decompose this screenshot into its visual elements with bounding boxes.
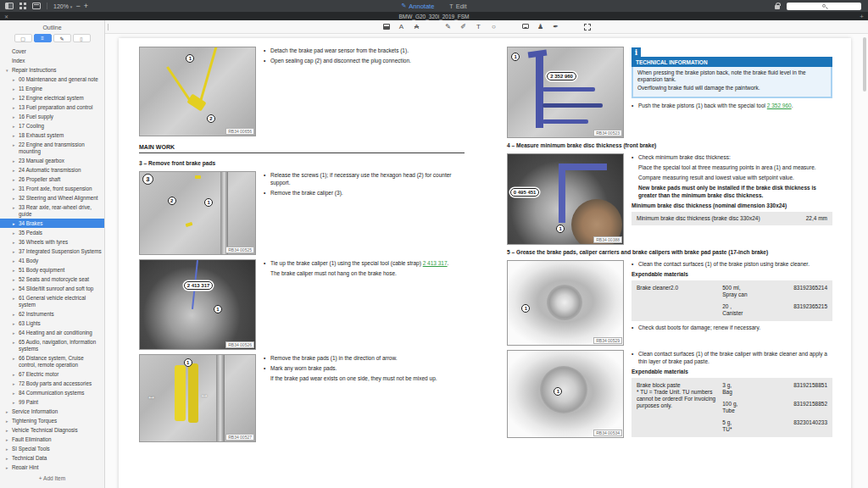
outline-item-label: 52 Seats and motorcycle seat	[19, 276, 103, 283]
note-tool-button[interactable]	[521, 25, 529, 29]
outline-item-label: 37 Integrated Suspension Systems	[19, 248, 103, 255]
outline-item-label: 54 Slide/tilt sunroof and soft top	[19, 286, 103, 292]
outline-item[interactable]: Technical Data	[0, 453, 104, 463]
outline-item[interactable]: 65 Audio, navigation, information system…	[0, 337, 104, 353]
bullet-item: •Mark any worn brake pads.	[264, 365, 465, 373]
outline-item[interactable]: 12 Engine electrical system	[0, 93, 104, 103]
outline-item[interactable]: 13 Fuel preparation and control	[0, 103, 104, 112]
outline-item[interactable]: 41 Body	[0, 256, 104, 265]
outline-item[interactable]: 52 Seats and motorcycle seat	[0, 274, 104, 284]
outline-item[interactable]: 24 Automatic transmission	[0, 165, 104, 175]
outline-item[interactable]: Fault Elimination	[0, 435, 104, 444]
document-tab-title[interactable]: BMW_G20_320i_2019_FSM	[0, 14, 868, 19]
outline-item[interactable]: 33 Rear axle, rear-wheel drive, guide	[0, 202, 104, 219]
special-tool-link[interactable]: 2 352 960	[767, 103, 792, 108]
outline-item-label: 64 Heating and air conditioning	[19, 330, 103, 336]
shapes-icon: ○	[492, 23, 496, 30]
outline-item[interactable]: 11 Engine	[0, 84, 104, 93]
outline-item[interactable]: Repair Hint	[0, 463, 104, 469]
outline-item[interactable]: 64 Heating and air conditioning	[0, 328, 104, 337]
outline-item[interactable]: 32 Steering and Wheel Alignment	[0, 193, 104, 202]
strikethrough-text-button[interactable]: A	[413, 23, 420, 30]
outline-item[interactable]: SI Special Tools	[0, 444, 104, 453]
outline-item[interactable]: 36 Wheels with tyres	[0, 237, 104, 247]
outline-item[interactable]: Tightening Torques	[0, 416, 104, 425]
lock-button[interactable]	[775, 3, 780, 9]
sidebar-tab-bookmarks[interactable]: ▯	[73, 34, 91, 42]
outline-item-label: 63 Lights	[19, 320, 103, 327]
image-tool-button[interactable]	[382, 24, 390, 30]
outline-item[interactable]: Vehicle Technical Diagnosis	[0, 425, 104, 435]
figure-code: RB34 00526	[225, 341, 254, 348]
shapes-tool-button[interactable]: ○	[490, 23, 498, 30]
sidebar: Outline ▢ ≡ ✎ ▯ Cover Index Repa	[0, 20, 105, 488]
expendable-materials-table: Brake cleaner2.0 500 ml,Spray can 831923…	[632, 280, 832, 321]
outline-item[interactable]: 18 Exhaust system	[0, 130, 104, 140]
add-item-button[interactable]: + Add Item	[0, 469, 104, 488]
outline-item[interactable]: Repair Instructions	[0, 65, 104, 75]
sidebar-tab-outline[interactable]: ≡	[34, 34, 52, 42]
tab-edit[interactable]: TEdit	[449, 3, 466, 10]
outline-item[interactable]: Cover	[0, 47, 104, 56]
new-tab-icon[interactable]: +	[860, 13, 864, 20]
outline-item[interactable]: Index	[0, 56, 104, 65]
close-tab-icon[interactable]: ✕	[4, 14, 8, 19]
outline-item-label: Cover	[12, 48, 103, 55]
sidebar-tab-thumbnails[interactable]: ▢	[14, 34, 32, 42]
stamp-tool-button[interactable]: ♟	[537, 23, 544, 30]
outline-item[interactable]: 23 Manual gearbox	[0, 156, 104, 165]
outline-item-label: 72 Body parts and accessories	[19, 380, 103, 387]
selection-tool-button[interactable]	[583, 24, 591, 30]
outline-item[interactable]: 16 Fuel supply	[0, 112, 104, 121]
outline-item[interactable]: 51 Body equipment	[0, 265, 104, 274]
highlight-text-button[interactable]: A	[398, 23, 405, 30]
info-text: When pressing the brake piston back, not…	[637, 69, 826, 83]
left-column: 1 2 RB34 00656 •Detach the brake pad wea…	[139, 47, 465, 446]
search-input[interactable]	[787, 3, 861, 10]
zoom-level-dropdown[interactable]: 120% ▾	[53, 3, 72, 9]
page-thumbnail-icon: ▢	[20, 36, 25, 42]
outline-item[interactable]: 62 Instruments	[0, 309, 104, 319]
outline-item[interactable]: 00 Maintenance and general note	[0, 75, 104, 84]
special-tool-link[interactable]: 2 413 317	[423, 260, 448, 266]
sidebar-tab-annotations[interactable]: ✎	[53, 34, 71, 42]
outline-item[interactable]: 67 Electric motor	[0, 369, 104, 379]
text-tool-button[interactable]: T	[475, 23, 482, 30]
chevron-icon	[13, 295, 19, 302]
page-spread-button[interactable]	[32, 3, 41, 9]
highlight-a-icon: A	[399, 23, 403, 30]
signature-tool-button[interactable]: ✒	[552, 23, 559, 30]
outline-item[interactable]: 34 Brakes	[0, 219, 104, 228]
outline-item[interactable]: 61 General vehicle electrical system	[0, 293, 104, 309]
toolbar-divider	[47, 3, 47, 9]
outline-item[interactable]: 17 Cooling	[0, 121, 104, 130]
pen-tool-button[interactable]: ✎	[444, 23, 452, 30]
outline-item-label: 26 Propeller shaft	[19, 176, 103, 183]
outline-item[interactable]: 35 Pedals	[0, 228, 104, 237]
outline-item[interactable]: 37 Integrated Suspension Systems	[0, 247, 104, 256]
outline-item[interactable]: 26 Propeller shaft	[0, 175, 104, 184]
sidebar-toggle-icon	[5, 3, 14, 9]
outline-item[interactable]: 22 Engine and transmission mounting	[0, 140, 104, 156]
outline-item[interactable]: Service Information	[0, 407, 104, 416]
figure-disc-thickness-gauge: 0 495 451 1 RB34 00388	[507, 153, 624, 245]
outline-item[interactable]: 54 Slide/tilt sunroof and soft top	[0, 284, 104, 293]
vertical-scrollbar-thumb[interactable]	[863, 37, 866, 92]
outline-item[interactable]: 99 Paint	[0, 397, 104, 407]
thumbnails-view-button[interactable]	[19, 3, 26, 9]
tab-annotate[interactable]: ✎Annotate	[401, 3, 434, 10]
zoom-in-button[interactable]: +	[84, 3, 88, 9]
chevron-icon	[13, 220, 19, 227]
outline-item[interactable]: 72 Body parts and accessories	[0, 379, 104, 388]
marker-tool-button[interactable]: ✐	[459, 23, 467, 30]
outline-item[interactable]: 66 Distance system, Cruise control, remo…	[0, 353, 104, 369]
outline-item[interactable]: 31 Front axle, front suspension	[0, 184, 104, 193]
outline-item-label: 32 Steering and Wheel Alignment	[19, 195, 103, 202]
outline-item-label: Fault Elimination	[12, 436, 103, 443]
toolbar-drag-handle[interactable]	[108, 24, 108, 30]
outline-item[interactable]: 84 Communication systems	[0, 388, 104, 397]
outline-item[interactable]: 63 Lights	[0, 319, 104, 328]
zoom-out-button[interactable]: −	[75, 3, 80, 9]
outline-item-label: 31 Front axle, front suspension	[19, 186, 103, 192]
sidebar-toggle-button[interactable]	[5, 3, 14, 9]
